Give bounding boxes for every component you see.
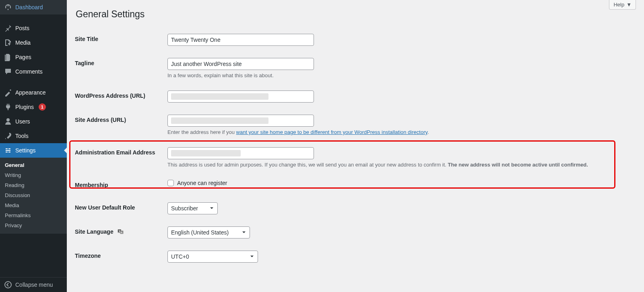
nav-media[interactable]: Media [0, 35, 67, 50]
membership-label: Membership [75, 174, 163, 196]
svg-point-0 [5, 282, 11, 288]
pin-icon [4, 24, 12, 32]
nav-pages[interactable]: Pages [0, 50, 67, 64]
admin-email-label: Administration Email Address [75, 141, 163, 174]
submenu-writing[interactable]: Writing [0, 170, 67, 180]
default-role-label: New User Default Role [75, 196, 163, 220]
nav-posts[interactable]: Posts [0, 21, 67, 35]
nav-label: Appearance [15, 89, 46, 96]
submenu-general[interactable]: General [0, 160, 67, 170]
settings-form: Site Title Tagline In a few words, expla… [75, 28, 636, 269]
language-select[interactable]: English (United States) [167, 226, 250, 239]
submenu-media[interactable]: Media [0, 200, 67, 210]
translate-icon: 文A [118, 230, 124, 236]
help-tab[interactable]: Help ▼ [609, 0, 636, 10]
nav-tools[interactable]: Tools [0, 129, 67, 143]
plugins-icon [4, 103, 12, 111]
nav-label: Tools [15, 132, 29, 140]
menu-separator [0, 79, 67, 85]
settings-icon [4, 146, 12, 154]
collapse-menu-button[interactable]: Collapse menu [0, 277, 67, 292]
nav-comments[interactable]: Comments [0, 64, 67, 79]
nav-appearance[interactable]: Appearance [0, 85, 67, 100]
language-label-text: Site Language [75, 228, 114, 235]
nav-label: Dashboard [15, 4, 43, 11]
appearance-icon [4, 88, 12, 97]
admin-email-desc-b: The new address will not become active u… [448, 162, 588, 168]
membership-checkbox[interactable] [167, 180, 174, 186]
help-label: Help [613, 2, 624, 8]
svg-text:A: A [121, 231, 122, 234]
timezone-label: Timezone [75, 245, 163, 269]
default-role-select[interactable]: Subscriber [167, 202, 218, 214]
site-url-desc: Enter the address here if you want your … [167, 129, 610, 135]
settings-submenu: General Writing Reading Discussion Media… [0, 158, 67, 234]
nav-label: Plugins [15, 103, 34, 111]
nav-dashboard[interactable]: Dashboard [0, 0, 67, 14]
tagline-input[interactable] [167, 58, 314, 70]
collapse-icon [4, 281, 12, 289]
collapse-label: Collapse menu [15, 282, 53, 288]
nav-users[interactable]: Users [0, 114, 67, 129]
site-title-input[interactable] [167, 34, 314, 46]
submenu-reading[interactable]: Reading [0, 180, 67, 190]
submenu-privacy[interactable]: Privacy [0, 220, 67, 230]
tools-icon [4, 132, 12, 140]
site-url-input[interactable] [167, 115, 314, 127]
submenu-permalinks[interactable]: Permalinks [0, 210, 67, 220]
site-url-desc-prefix: Enter the address here if you [167, 129, 236, 135]
submenu-discussion[interactable]: Discussion [0, 190, 67, 200]
wp-url-input[interactable] [167, 90, 314, 103]
membership-checkbox-label[interactable]: Anyone can register [167, 180, 632, 186]
tagline-label: Tagline [75, 52, 163, 84]
nav-label: Settings [15, 147, 36, 154]
users-icon [4, 117, 12, 125]
timezone-select[interactable]: UTC+0 [167, 251, 258, 263]
main-content: Help ▼ General Settings Site Title Tagli… [67, 0, 644, 292]
site-title-label: Site Title [75, 28, 163, 52]
nav-label: Media [15, 39, 31, 46]
site-url-help-link[interactable]: want your site home page to be different… [236, 129, 427, 135]
admin-sidebar: Dashboard Posts Media Pages Comments App… [0, 0, 67, 292]
menu-separator [0, 14, 67, 21]
wp-url-label: WordPress Address (URL) [75, 84, 163, 109]
nav-settings[interactable]: Settings [0, 143, 67, 158]
admin-email-desc: This address is used for admin purposes.… [167, 162, 610, 168]
tagline-desc: In a few words, explain what this site i… [167, 72, 610, 78]
chevron-down-icon: ▼ [626, 2, 632, 8]
nav-label: Comments [15, 68, 43, 75]
dashboard-icon [4, 3, 12, 11]
membership-checkbox-text: Anyone can register [177, 180, 227, 186]
site-url-label: Site Address (URL) [75, 109, 163, 141]
comments-icon [4, 68, 12, 76]
nav-plugins[interactable]: Plugins 1 [0, 100, 67, 114]
language-label: Site Language 文A [75, 220, 163, 245]
nav-label: Posts [15, 25, 29, 32]
plugins-update-badge: 1 [39, 103, 46, 111]
nav-label: Users [15, 118, 30, 125]
page-title: General Settings [76, 9, 636, 20]
pages-icon [4, 53, 12, 61]
media-icon [4, 39, 12, 47]
admin-email-input[interactable] [167, 147, 314, 159]
admin-email-desc-a: This address is used for admin purposes.… [167, 162, 448, 168]
nav-label: Pages [15, 53, 31, 61]
